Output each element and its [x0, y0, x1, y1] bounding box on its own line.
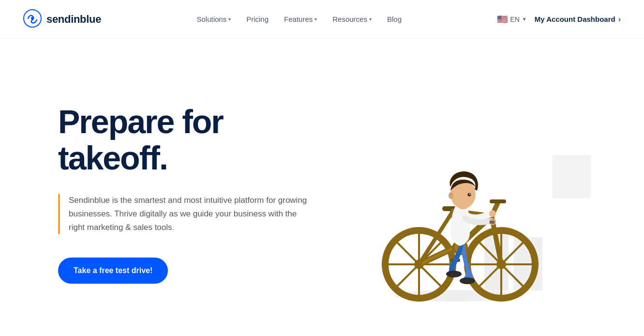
flag-icon: 🇺🇸	[497, 14, 508, 25]
language-selector[interactable]: 🇺🇸 EN ▼	[497, 14, 526, 25]
nav-solutions[interactable]: Solutions ▾	[196, 15, 231, 23]
cta-button[interactable]: Take a free test drive!	[58, 258, 168, 284]
hero-description-block: Sendinblue is the smartest and most intu…	[58, 194, 310, 234]
lang-dropdown-arrow: ▼	[522, 16, 527, 22]
features-dropdown-arrow: ▾	[315, 16, 317, 22]
logo-icon	[23, 9, 42, 30]
logo-text: sendinblue	[46, 13, 101, 26]
resources-dropdown-arrow: ▾	[369, 16, 372, 22]
svg-point-1	[31, 17, 34, 20]
hero-content: Prepare for takeoff. Sendinblue is the s…	[58, 104, 310, 284]
svg-point-38	[449, 192, 453, 199]
svg-point-31	[489, 210, 496, 217]
solutions-dropdown-arrow: ▾	[228, 16, 231, 22]
lang-code: EN	[510, 15, 519, 23]
hero-illustration	[371, 105, 545, 310]
hero-description: Sendinblue is the smartest and most intu…	[69, 194, 310, 234]
hero-title: Prepare for takeoff.	[58, 104, 310, 176]
hero-section: Prepare for takeoff. Sendinblue is the s…	[0, 39, 644, 336]
nav-pricing[interactable]: Pricing	[246, 15, 269, 23]
logo[interactable]: sendinblue	[23, 9, 101, 30]
svg-rect-33	[490, 221, 494, 224]
bg-decoration-1	[552, 155, 591, 199]
account-chevron-icon: ›	[618, 15, 621, 24]
nav-blog[interactable]: Blog	[387, 15, 402, 23]
svg-point-36	[467, 193, 471, 197]
nav-features[interactable]: Features ▾	[284, 15, 317, 23]
svg-point-37	[469, 194, 470, 195]
main-nav: Solutions ▾ Pricing Features ▾ Resources…	[196, 15, 402, 23]
svg-point-30	[446, 271, 462, 277]
account-dashboard-link[interactable]: My Account Dashboard ›	[535, 15, 621, 24]
nav-resources[interactable]: Resources ▾	[332, 15, 372, 23]
header-right: 🇺🇸 EN ▼ My Account Dashboard ›	[497, 14, 621, 25]
yellow-accent-bar	[58, 194, 60, 234]
svg-point-29	[460, 277, 475, 284]
hero-image-area	[310, 68, 605, 320]
account-label: My Account Dashboard	[535, 15, 615, 23]
